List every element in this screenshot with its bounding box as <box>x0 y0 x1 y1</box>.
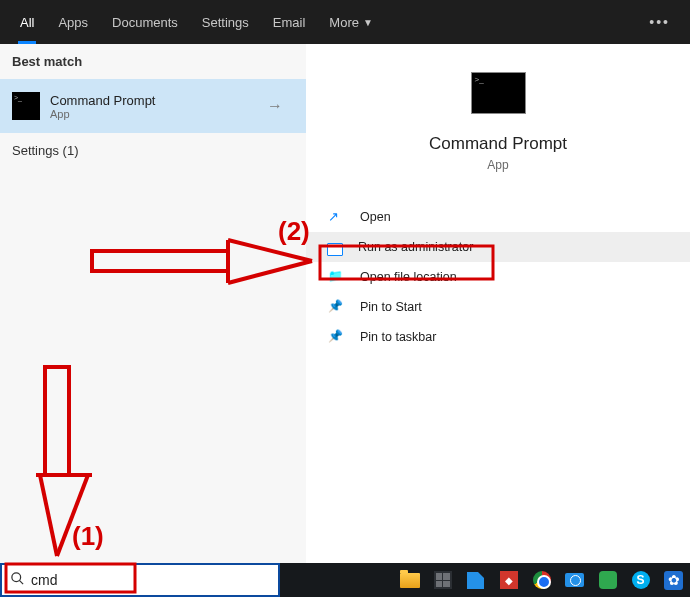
folder-icon <box>328 269 344 285</box>
result-title: Command Prompt <box>50 93 155 108</box>
search-icon <box>10 571 25 590</box>
best-match-result[interactable]: >_ Command Prompt App → <box>0 79 306 133</box>
chrome-icon <box>533 571 551 589</box>
store-icon <box>434 571 452 589</box>
settings-category[interactable]: Settings (1) <box>0 133 306 168</box>
tab-apps[interactable]: Apps <box>46 0 100 44</box>
action-pin-to-start[interactable]: Pin to Start <box>306 292 690 322</box>
run-admin-icon <box>328 244 342 255</box>
expand-arrow-icon[interactable]: → <box>256 79 294 133</box>
taskbar-recorder[interactable] <box>558 563 591 597</box>
diamond-icon: ◆ <box>500 571 518 589</box>
recorder-icon <box>565 573 584 587</box>
tab-settings[interactable]: Settings <box>190 0 261 44</box>
taskbar-file-explorer[interactable] <box>393 563 426 597</box>
tab-more[interactable]: More▼ <box>317 0 385 44</box>
settings-icon: ✿ <box>664 571 683 590</box>
green-app-icon <box>599 571 617 589</box>
pin-icon <box>328 299 344 315</box>
taskbar-settings-app[interactable]: ✿ <box>657 563 690 597</box>
tab-email[interactable]: Email <box>261 0 318 44</box>
more-options-button[interactable]: ••• <box>637 14 682 30</box>
action-pin-to-taskbar[interactable]: Pin to taskbar <box>306 322 690 352</box>
action-label: Open <box>360 210 391 224</box>
action-label: Pin to taskbar <box>360 330 436 344</box>
taskbar-green-app[interactable] <box>591 563 624 597</box>
taskbar-chrome[interactable] <box>525 563 558 597</box>
taskbar: ◆ S ✿ <box>0 563 690 597</box>
action-label: Run as administrator <box>358 240 473 254</box>
search-filter-tabs: All Apps Documents Settings Email More▼ … <box>0 0 690 44</box>
pin-icon <box>328 329 344 345</box>
taskbar-search-box[interactable] <box>0 563 280 597</box>
command-prompt-icon: >_ <box>12 92 40 120</box>
taskbar-skype[interactable]: S <box>624 563 657 597</box>
action-open-file-location[interactable]: Open file location <box>306 262 690 292</box>
svg-line-1 <box>19 580 23 584</box>
svg-point-0 <box>12 572 21 581</box>
command-prompt-icon <box>471 72 526 114</box>
chevron-down-icon: ▼ <box>363 17 373 28</box>
best-match-heading: Best match <box>0 44 306 79</box>
tab-all[interactable]: All <box>8 0 46 44</box>
taskbar-red-app[interactable]: ◆ <box>492 563 525 597</box>
preview-title: Command Prompt <box>429 134 567 154</box>
preview-subtitle: App <box>487 158 508 172</box>
tab-documents[interactable]: Documents <box>100 0 190 44</box>
search-input[interactable] <box>31 572 270 588</box>
action-open[interactable]: Open <box>306 202 690 232</box>
document-icon <box>467 572 484 589</box>
action-run-as-administrator[interactable]: Run as administrator <box>306 232 690 262</box>
taskbar-microsoft-store[interactable] <box>426 563 459 597</box>
result-subtitle: App <box>50 108 155 120</box>
open-icon <box>328 209 344 225</box>
skype-icon: S <box>632 571 650 589</box>
action-label: Open file location <box>360 270 457 284</box>
taskbar-document-app[interactable] <box>459 563 492 597</box>
folder-icon <box>400 573 420 588</box>
action-label: Pin to Start <box>360 300 422 314</box>
